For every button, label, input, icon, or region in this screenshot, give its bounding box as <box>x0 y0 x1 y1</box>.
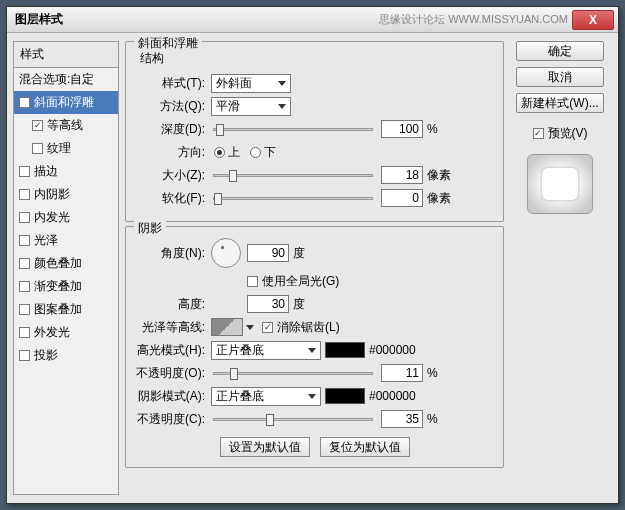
gloss-contour-label: 光泽等高线: <box>136 319 211 336</box>
style-label: 外发光 <box>34 324 70 341</box>
chevron-down-icon <box>308 348 316 353</box>
chevron-down-icon <box>278 81 286 86</box>
style-label: 光泽 <box>34 232 58 249</box>
style-checkbox[interactable] <box>19 304 30 315</box>
style-item-1[interactable]: 等高线 <box>14 114 118 137</box>
style-item-8[interactable]: 渐变叠加 <box>14 275 118 298</box>
shadow-opacity-input[interactable]: 35 <box>381 410 423 428</box>
shadow-color[interactable] <box>325 388 365 404</box>
style-item-4[interactable]: 内阴影 <box>14 183 118 206</box>
soften-input[interactable]: 0 <box>381 189 423 207</box>
direction-up-radio[interactable] <box>214 147 225 158</box>
watermark: 思缘设计论坛 WWW.MISSYUAN.COM <box>379 12 568 27</box>
shading-title: 阴影 <box>134 220 166 237</box>
angle-control[interactable] <box>211 238 241 268</box>
bevel-group: 斜面和浮雕 结构 样式(T): 外斜面 方法(Q): 平滑 深度(D): 100… <box>125 41 504 222</box>
style-item-0[interactable]: 斜面和浮雕 <box>14 91 118 114</box>
technique-label: 方法(Q): <box>136 98 211 115</box>
style-checkbox[interactable] <box>32 120 43 131</box>
style-checkbox[interactable] <box>19 212 30 223</box>
shadow-opacity-slider[interactable] <box>213 418 373 421</box>
size-input[interactable]: 18 <box>381 166 423 184</box>
titlebar: 图层样式 思缘设计论坛 WWW.MISSYUAN.COM X <box>7 7 618 33</box>
blend-options[interactable]: 混合选项:自定 <box>14 68 118 91</box>
style-label: 斜面和浮雕 <box>34 94 94 111</box>
highlight-mode-dropdown[interactable]: 正片叠底 <box>211 341 321 360</box>
global-light-checkbox[interactable] <box>247 276 258 287</box>
altitude-input[interactable]: 30 <box>247 295 289 313</box>
direction-label: 方向: <box>136 144 211 161</box>
size-label: 大小(Z): <box>136 167 211 184</box>
preview-swatch <box>527 154 593 214</box>
angle-label: 角度(N): <box>136 245 211 262</box>
style-checkbox[interactable] <box>32 143 43 154</box>
style-checkbox[interactable] <box>19 281 30 292</box>
layer-style-dialog: 图层样式 思缘设计论坛 WWW.MISSYUAN.COM X 样式 混合选项:自… <box>6 6 619 504</box>
style-list: 样式 混合选项:自定 斜面和浮雕等高线纹理描边内阴影内发光光泽颜色叠加渐变叠加图… <box>13 41 119 495</box>
depth-input[interactable]: 100 <box>381 120 423 138</box>
style-item-11[interactable]: 投影 <box>14 344 118 367</box>
gloss-contour-picker[interactable] <box>211 318 243 336</box>
style-label: 描边 <box>34 163 58 180</box>
style-label: 等高线 <box>47 117 83 134</box>
style-checkbox[interactable] <box>19 235 30 246</box>
style-label: 样式(T): <box>136 75 211 92</box>
shadow-mode-label: 阴影模式(A): <box>136 388 211 405</box>
style-label: 内阴影 <box>34 186 70 203</box>
size-slider[interactable] <box>213 174 373 177</box>
cancel-button[interactable]: 取消 <box>516 67 604 87</box>
style-label: 图案叠加 <box>34 301 82 318</box>
style-dropdown[interactable]: 外斜面 <box>211 74 291 93</box>
antialias-checkbox[interactable] <box>262 322 273 333</box>
depth-slider[interactable] <box>213 128 373 131</box>
dialog-title: 图层样式 <box>15 11 63 28</box>
style-item-7[interactable]: 颜色叠加 <box>14 252 118 275</box>
style-item-6[interactable]: 光泽 <box>14 229 118 252</box>
depth-label: 深度(D): <box>136 121 211 138</box>
ok-button[interactable]: 确定 <box>516 41 604 61</box>
style-label: 颜色叠加 <box>34 255 82 272</box>
right-panel: 确定 取消 新建样式(W)... 预览(V) <box>510 41 610 495</box>
style-checkbox[interactable] <box>19 189 30 200</box>
style-checkbox[interactable] <box>19 258 30 269</box>
shadow-mode-dropdown[interactable]: 正片叠底 <box>211 387 321 406</box>
style-checkbox[interactable] <box>19 97 30 108</box>
close-button[interactable]: X <box>572 10 614 30</box>
style-label: 投影 <box>34 347 58 364</box>
shadow-opacity-label: 不透明度(C): <box>136 411 211 428</box>
style-list-header: 样式 <box>14 42 118 68</box>
new-style-button[interactable]: 新建样式(W)... <box>516 93 604 113</box>
highlight-color[interactable] <box>325 342 365 358</box>
chevron-down-icon <box>308 394 316 399</box>
chevron-down-icon[interactable] <box>246 325 254 330</box>
style-item-9[interactable]: 图案叠加 <box>14 298 118 321</box>
group-title: 斜面和浮雕 <box>134 35 202 52</box>
highlight-opacity-label: 不透明度(O): <box>136 365 211 382</box>
style-label: 内发光 <box>34 209 70 226</box>
style-item-2[interactable]: 纹理 <box>14 137 118 160</box>
highlight-mode-label: 高光模式(H): <box>136 342 211 359</box>
style-item-3[interactable]: 描边 <box>14 160 118 183</box>
style-checkbox[interactable] <box>19 350 30 361</box>
highlight-opacity-input[interactable]: 11 <box>381 364 423 382</box>
style-label: 渐变叠加 <box>34 278 82 295</box>
technique-dropdown[interactable]: 平滑 <box>211 97 291 116</box>
structure-label: 结构 <box>140 50 493 67</box>
style-checkbox[interactable] <box>19 327 30 338</box>
soften-slider[interactable] <box>213 197 373 200</box>
style-item-10[interactable]: 外发光 <box>14 321 118 344</box>
style-checkbox[interactable] <box>19 166 30 177</box>
highlight-opacity-slider[interactable] <box>213 372 373 375</box>
preview-checkbox[interactable] <box>533 128 544 139</box>
reset-default-button[interactable]: 复位为默认值 <box>320 437 410 457</box>
altitude-label: 高度: <box>136 296 211 313</box>
chevron-down-icon <box>278 104 286 109</box>
shading-group: 阴影 角度(N): 90度 使用全局光(G) 高度: 30度 光泽等高线: 消除… <box>125 226 504 468</box>
angle-input[interactable]: 90 <box>247 244 289 262</box>
style-item-5[interactable]: 内发光 <box>14 206 118 229</box>
soften-label: 软化(F): <box>136 190 211 207</box>
make-default-button[interactable]: 设置为默认值 <box>220 437 310 457</box>
style-label: 纹理 <box>47 140 71 157</box>
direction-down-radio[interactable] <box>250 147 261 158</box>
